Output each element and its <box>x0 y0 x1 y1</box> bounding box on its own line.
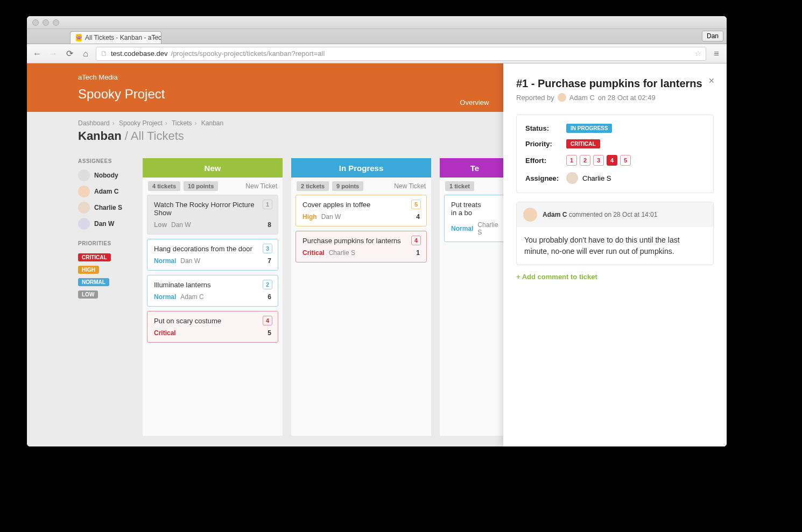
kanban-column-test: Te 1 ticket Put treats in a boNormalChar… <box>440 158 510 436</box>
ticket-card[interactable]: 4Purchase pumpkins for lanternsCriticalC… <box>296 231 427 263</box>
column-points-count: 10 points <box>184 181 218 191</box>
column-header: New <box>143 158 283 178</box>
forward-button[interactable]: → <box>47 48 59 60</box>
url-path: /projects/spooky-project/tickets/kanban?… <box>171 49 325 58</box>
new-ticket-link[interactable]: New Ticket <box>394 182 426 190</box>
breadcrumb-item[interactable]: Dashboard <box>78 119 110 127</box>
card-effort-badge: 1 <box>263 200 272 209</box>
filter-priority-normal[interactable]: NORMAL <box>78 278 109 286</box>
card-effort-badge: 4 <box>411 236 421 245</box>
avatar <box>78 202 90 214</box>
card-effort-badge: 2 <box>263 280 272 289</box>
column-tickets-count: 4 tickets <box>148 181 180 191</box>
ticket-reporter-line: Reported by Adam C on 28 Oct at 02:49 <box>516 93 714 102</box>
kanban-column-new: New 4 tickets 10 points New Ticket 1Watc… <box>143 158 283 436</box>
comment-header: Adam C commented on 28 Oct at 14:01 <box>517 202 713 227</box>
status-label: Status: <box>525 124 566 132</box>
column-header: In Progress <box>291 158 431 178</box>
card-priority: Normal <box>451 225 473 232</box>
card-points: 1 <box>416 249 420 257</box>
assignee-name: Adam C <box>94 188 118 195</box>
filter-priority-low[interactable]: LOW <box>78 290 98 299</box>
effort-option[interactable]: 3 <box>593 155 604 166</box>
card-title: Hang decorations from the door <box>154 245 271 253</box>
browser-tabbar: 👾 All Tickets - Kanban - aTec… × Dan <box>27 29 727 44</box>
browser-tab[interactable]: 👾 All Tickets - Kanban - aTec… × <box>70 31 161 44</box>
comment-meta: commented on 28 Oct at 14:01 <box>569 211 658 218</box>
ticket-card[interactable]: Put treats in a boNormalCharlie S <box>444 195 505 242</box>
effort-option[interactable]: 1 <box>566 155 577 166</box>
card-points: 5 <box>268 329 271 337</box>
avatar <box>558 93 566 102</box>
effort-option[interactable]: 5 <box>620 155 631 166</box>
browser-window: 👾 All Tickets - Kanban - aTec… × Dan ← →… <box>27 16 727 446</box>
browser-toolbar: ← → ⟳ ⌂ 🗋 test.codebase.dev/projects/spo… <box>27 44 727 63</box>
card-assignee: Dan W <box>321 213 341 221</box>
assignee-name: Dan W <box>94 220 114 228</box>
window-close-icon[interactable] <box>32 19 39 26</box>
avatar <box>523 208 537 222</box>
ticket-meta-box: Status: IN PROGRESS Priority: CRITICAL E… <box>516 115 714 193</box>
priorities-heading: PRIORITIES <box>78 240 132 246</box>
filter-priority-high[interactable]: HIGH <box>78 266 99 274</box>
browser-profile-button[interactable]: Dan <box>702 31 723 41</box>
priority-label: Priority: <box>525 140 566 148</box>
ticket-card[interactable]: 2Illuminate lanternsNormalAdam C6 <box>147 275 278 307</box>
effort-option[interactable]: 2 <box>580 155 590 166</box>
card-assignee: Dan W <box>180 257 200 265</box>
assignee-filter[interactable]: Charlie S <box>78 202 132 214</box>
assignee-filter[interactable]: Adam C <box>78 186 132 197</box>
filter-priority-critical[interactable]: CRITICAL <box>78 253 111 261</box>
card-title: Illuminate lanterns <box>154 281 271 289</box>
card-assignee: Adam C <box>180 293 203 301</box>
card-points: 4 <box>416 213 420 221</box>
ticket-card[interactable]: 1Watch The Rocky Horror Picture ShowLowD… <box>147 195 278 235</box>
home-button[interactable]: ⌂ <box>80 48 92 60</box>
assignee-filter[interactable]: Nobody <box>78 169 132 181</box>
new-ticket-link[interactable]: New Ticket <box>245 182 277 190</box>
comment-body: You probably don't have to do this until… <box>517 227 713 265</box>
url-bar[interactable]: 🗋 test.codebase.dev/projects/spooky-proj… <box>96 47 706 61</box>
breadcrumb-item[interactable]: Spooky Project <box>119 119 163 127</box>
app-content: aTech Media Spooky Project Overview Repo… <box>27 63 727 446</box>
card-priority: Normal <box>154 257 176 265</box>
card-points: 8 <box>268 221 271 229</box>
browser-menu-icon[interactable]: ≡ <box>710 48 722 60</box>
assignee-value[interactable]: Charlie S <box>566 172 611 184</box>
card-assignee: Charlie S <box>329 249 355 257</box>
add-comment-link[interactable]: + Add comment to ticket <box>516 273 714 281</box>
effort-label: Effort: <box>525 157 566 165</box>
breadcrumb-item: Kanban <box>201 119 223 127</box>
card-priority: Critical <box>302 249 325 257</box>
close-panel-button[interactable]: ✕ <box>708 76 715 85</box>
column-tickets-count: 2 tickets <box>297 181 329 191</box>
ticket-card[interactable]: 5Cover apples in toffeeHighDan W4 <box>296 195 427 226</box>
card-points: 7 <box>268 257 271 265</box>
bookmark-star-icon[interactable]: ☆ <box>695 49 701 58</box>
card-priority: Critical <box>154 329 176 337</box>
ticket-card[interactable]: 3Hang decorations from the doorNormalDan… <box>147 239 278 271</box>
reload-button[interactable]: ⟳ <box>64 48 75 60</box>
effort-option[interactable]: 4 <box>607 155 617 166</box>
browser-titlebar <box>27 16 727 29</box>
card-effort-badge: 5 <box>411 200 421 209</box>
card-priority: Normal <box>154 293 176 301</box>
assignee-filter[interactable]: Dan W <box>78 218 132 230</box>
page-icon: 🗋 <box>101 49 108 58</box>
tab-title: All Tickets - Kanban - aTec… <box>85 34 161 41</box>
nav-overview[interactable]: Overview <box>450 93 498 112</box>
card-title: Purchase pumpkins for lanterns <box>302 237 420 245</box>
window-minimize-icon[interactable] <box>43 19 49 26</box>
breadcrumb-item[interactable]: Tickets <box>172 119 192 127</box>
tab-close-icon[interactable]: × <box>153 34 157 42</box>
priority-badge[interactable]: CRITICAL <box>566 139 600 148</box>
window-zoom-icon[interactable] <box>53 19 59 26</box>
card-title: Put on scary costume <box>154 317 271 325</box>
card-effort-badge: 4 <box>263 316 272 325</box>
status-badge[interactable]: IN PROGRESS <box>566 124 612 133</box>
avatar <box>78 218 90 230</box>
back-button[interactable]: ← <box>31 48 43 60</box>
kanban-column-progress: In Progress 2 tickets 9 points New Ticke… <box>291 158 431 436</box>
ticket-card[interactable]: 4Put on scary costumeCritical5 <box>147 311 278 343</box>
ticket-title: #1 - Purchase pumpkins for lanterns <box>516 77 714 90</box>
